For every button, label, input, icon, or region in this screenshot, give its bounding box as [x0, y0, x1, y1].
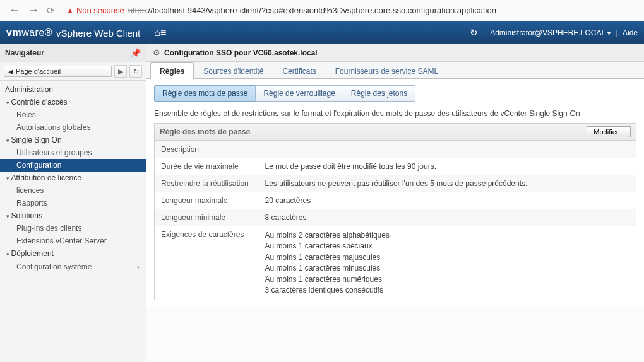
back-icon[interactable]: ←	[5, 4, 24, 17]
table-row: Durée de vie maximale Le mot de passe do…	[155, 158, 636, 175]
nav-section-sso[interactable]: Single Sign On	[0, 134, 146, 146]
nav-item-client-plugins[interactable]: Plug-ins des clients	[0, 222, 146, 235]
chevron-right-icon: ›	[136, 262, 140, 272]
prop-key: Exigences de caractères	[155, 226, 259, 300]
prop-key: Restreindre la réutilisation	[155, 175, 259, 192]
section-header: Règle des mots de passe Modifier...	[154, 123, 636, 141]
tab-saml[interactable]: Fournisseurs de service SAML	[326, 62, 448, 79]
section-label: Règle des mots de passe	[160, 127, 587, 136]
reload-icon[interactable]: ⟳	[43, 5, 59, 16]
nav-section-solutions[interactable]: Solutions	[0, 209, 146, 222]
subtab-token-policy[interactable]: Règle des jetons	[343, 85, 415, 102]
history-icon[interactable]: ↻	[129, 65, 142, 78]
prop-key: Longueur minimale	[155, 209, 259, 226]
nav-item-users-groups[interactable]: Utilisateurs et groupes	[0, 146, 146, 159]
prop-val-multi: Au moins 2 caractères alphabétiques Au m…	[259, 226, 636, 300]
refresh-icon[interactable]: ↻	[470, 27, 478, 38]
nav-item-reports[interactable]: Rapports	[0, 197, 146, 209]
table-row: Longueur maximale 20 caractères	[155, 192, 636, 209]
tab-identity-sources[interactable]: Sources d'identité	[194, 62, 273, 79]
breadcrumb[interactable]: ◀ Page d'accueil	[4, 66, 112, 77]
sub-tabs: Règle des mots de passe Règle de verroui…	[154, 85, 636, 102]
help-link[interactable]: Aide	[623, 28, 638, 37]
nav-root-administration[interactable]: Administration	[0, 83, 146, 96]
nav-tree: Administration Contrôle d'accès Rôles Au…	[0, 81, 146, 276]
insecure-label: Non sécurisé	[76, 6, 124, 15]
nav-item-global-perms[interactable]: Autorisations globales	[0, 121, 146, 134]
nav-item-system-config[interactable]: Configuration système ›	[0, 260, 146, 274]
edit-button[interactable]: Modifier...	[587, 126, 631, 137]
main-tabs: Règles Sources d'identité Certificats Fo…	[146, 62, 644, 79]
nav-section-deployment[interactable]: Déploiement	[0, 247, 146, 260]
nav-forward-icon[interactable]: ▶	[114, 65, 127, 78]
char-req-item: Au moins 1 caractères minuscules	[265, 263, 630, 274]
nav-item-vcenter-ext[interactable]: Extensions vCenter Server	[0, 235, 146, 247]
char-req-item: Au moins 1 caractères numériques	[265, 274, 630, 285]
prop-key: Durée de vie maximale	[155, 158, 259, 175]
char-req-item: 3 caractères identiques consécutifs	[265, 285, 630, 296]
prop-val: 20 caractères	[259, 192, 636, 209]
prop-val	[259, 141, 636, 158]
url-scheme: https	[128, 6, 146, 15]
product-name: vSphere Web Client	[56, 28, 140, 38]
table-row: Restreindre la réutilisation Les utilisa…	[155, 175, 636, 192]
subtab-lockout-policy[interactable]: Règle de verrouillage	[255, 85, 343, 102]
address-bar[interactable]: ▲ Non sécurisé https://localhost:9443/vs…	[63, 4, 639, 16]
nav-item-licenses[interactable]: licences	[0, 184, 146, 197]
properties-table: Description Durée de vie maximale Le mot…	[154, 141, 636, 300]
warning-icon: ▲	[66, 6, 74, 15]
home-icon[interactable]: ⌂≡	[154, 27, 166, 38]
nav-item-configuration[interactable]: Configuration	[0, 159, 146, 172]
table-row: Exigences de caractères Au moins 2 carac…	[155, 226, 636, 300]
tab-certificates[interactable]: Certificats	[273, 62, 325, 79]
content-panel: ⚙ Configuration SSO pour VC60.asotek.loc…	[146, 44, 644, 362]
table-row: Longueur minimale 8 caractères	[155, 209, 636, 226]
navigator-title: Navigateur	[5, 49, 130, 57]
chevron-left-icon: ◀	[8, 68, 13, 75]
forward-icon[interactable]: →	[24, 4, 43, 17]
nav-item-roles[interactable]: Rôles	[0, 108, 146, 121]
policy-description: Ensemble de règles et de restrictions su…	[154, 109, 636, 118]
browser-toolbar: ← → ⟳ ▲ Non sécurisé https://localhost:9…	[0, 0, 644, 21]
url-rest: ://localhost:9443/vsphere-client/?csp#ex…	[146, 6, 496, 15]
char-req-item: Au moins 2 caractères alphabétiques	[265, 230, 630, 241]
content-title: Configuration SSO pour VC60.asotek.local	[164, 49, 318, 57]
navigator-panel: Navigateur 📌 ◀ Page d'accueil ▶ ↻ Admini…	[0, 44, 146, 362]
vmware-logo: vmware®	[6, 27, 52, 38]
prop-val: 8 caractères	[259, 209, 636, 226]
table-row: Description	[155, 141, 636, 158]
tab-rules[interactable]: Règles	[150, 62, 194, 79]
prop-key: Longueur maximale	[155, 192, 259, 209]
app-header: vmware® vSphere Web Client ⌂≡ ↻ | Admini…	[0, 21, 644, 44]
nav-section-licensing[interactable]: Attribution de licence	[0, 172, 146, 184]
nav-section-access[interactable]: Contrôle d'accès	[0, 96, 146, 108]
prop-val: Le mot de passe doit être modifié tous l…	[259, 158, 636, 175]
subtab-password-policy[interactable]: Règle des mots de passe	[154, 85, 256, 102]
gear-icon: ⚙	[153, 48, 160, 57]
char-req-item: Au moins 1 caractères spéciaux	[265, 241, 630, 252]
nav-item-system-config-label: Configuration système	[16, 262, 92, 271]
prop-val: Les utilisateurs ne peuvent pas réutilis…	[259, 175, 636, 192]
pin-icon[interactable]: 📌	[130, 48, 141, 58]
breadcrumb-label: Page d'accueil	[16, 67, 61, 75]
prop-key: Description	[155, 141, 259, 158]
user-menu[interactable]: Administrator@VSPHERE.LOCAL	[490, 28, 611, 37]
char-req-item: Au moins 1 caractères majuscules	[265, 252, 630, 263]
